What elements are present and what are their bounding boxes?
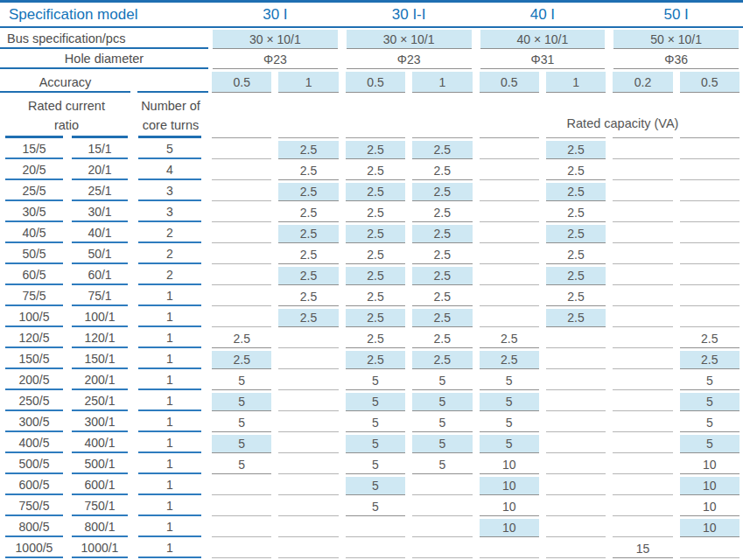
capacity-cell: [278, 519, 338, 537]
turns-cell: 4: [138, 159, 201, 180]
table-row: 750/5750/1151010: [0, 495, 743, 516]
capacity-cell: 5: [346, 456, 405, 474]
capacity-cell: [480, 267, 539, 285]
capacity-cell: 5: [412, 456, 472, 474]
capacity-cells: 5551010: [208, 453, 743, 474]
bus-value: 40 × 10/1: [480, 30, 606, 49]
capacity-cell: 5: [346, 393, 405, 411]
capacity-cell: 5: [412, 435, 472, 453]
table-row: 250/5250/1155555: [0, 390, 743, 411]
capacity-cell: 5: [212, 372, 271, 390]
accuracy-label-zone: Accuracy: [0, 69, 208, 93]
capacity-cell: 5: [346, 498, 405, 516]
turns-cell: 1: [138, 369, 201, 390]
capacity-cell: 5: [680, 393, 739, 411]
ratio-1-cell: 1000/1: [72, 537, 128, 558]
capacity-cell: [212, 141, 271, 159]
capacity-cell: 10: [680, 498, 739, 516]
ratio-5-cell: 200/5: [5, 369, 63, 390]
capacity-cell: [412, 540, 472, 558]
hole-diameter-label: Hole diameter: [0, 49, 208, 69]
capacity-cell: 2.5: [412, 351, 472, 369]
accuracy-value: 0.5: [480, 72, 539, 93]
turns-cell: 1: [138, 285, 201, 306]
capacity-cell: [480, 309, 539, 327]
ratio-5-cell: 20/5: [5, 159, 63, 180]
capacity-cell: [613, 351, 672, 369]
ratio-5-cell: 100/5: [5, 306, 63, 327]
model-name: 40 I: [476, 6, 610, 24]
turns-cell: 2: [138, 264, 201, 285]
capacity-cell: [613, 288, 672, 306]
capacity-cell: 5: [680, 435, 739, 453]
model-name: 30 I: [208, 6, 342, 24]
capacity-cell: 2.5: [278, 309, 338, 327]
capacity-cell: [278, 456, 338, 474]
model-name: 30 I-I: [342, 6, 476, 24]
rated-capacity-label: Rated capacity (VA): [567, 116, 679, 130]
capacity-cell: [546, 372, 606, 390]
capacity-cell: [613, 393, 672, 411]
capacity-cell: [212, 498, 271, 516]
turns-cell: 1: [138, 390, 201, 411]
capacity-cell: [613, 309, 672, 327]
table-row: 500/5500/115551010: [0, 453, 743, 474]
column-header-band: Rated current ratio Number of core turns…: [0, 93, 743, 138]
capacity-cell: [212, 540, 271, 558]
capacity-cell: 5: [412, 393, 472, 411]
capacity-cell: [278, 477, 338, 495]
capacity-cell: 2.5: [346, 246, 405, 264]
capacity-cell: [278, 393, 338, 411]
turns-cell: 1: [138, 495, 201, 516]
hole-value: Φ36: [613, 51, 739, 69]
capacity-cell: [680, 162, 739, 180]
accuracy-value: 1: [546, 72, 606, 93]
bus-value: 30 × 10/1: [347, 30, 472, 49]
capacity-cell: 2.5: [546, 141, 606, 159]
turns-cell: 3: [138, 180, 201, 201]
capacity-cell: 2.5: [346, 183, 405, 201]
capacity-cell: [480, 288, 539, 306]
capacity-cells: 55555: [208, 411, 743, 432]
capacity-cell: 2.5: [346, 330, 405, 348]
row-left-zone: 75/575/11: [0, 285, 208, 306]
capacity-cell: 2.5: [278, 288, 338, 306]
table-row: 300/5300/1155555: [0, 411, 743, 432]
rated-current-ratio-header: Rated current ratio: [0, 93, 133, 138]
capacity-cell: 5: [412, 372, 472, 390]
accuracy-value: 0.2: [613, 72, 672, 93]
table-row: 50/550/122.52.52.52.5: [0, 243, 743, 264]
table-row: 60/560/122.52.52.52.5: [0, 264, 743, 285]
capacity-cell: 2.5: [680, 351, 739, 369]
capacity-cell: 2.5: [346, 309, 405, 327]
capacity-cell: [680, 267, 739, 285]
capacity-cell: [346, 519, 405, 537]
capacity-cells: 2.52.52.52.5: [208, 201, 743, 222]
capacity-cell: 2.5: [278, 183, 338, 201]
row-left-zone: 20/520/14: [0, 159, 208, 180]
capacity-cells: 2.52.52.52.5: [208, 285, 743, 306]
bus-value: 50 × 10/1: [613, 30, 739, 49]
table-row: 150/5150/112.52.52.52.52.5: [0, 348, 743, 369]
ratio-5-cell: 120/5: [5, 327, 63, 348]
turns-cell: 1: [138, 516, 201, 537]
table-row: 15/515/152.52.52.52.5: [0, 138, 743, 159]
capacity-cell: [613, 141, 672, 159]
capacity-cells: 55555: [208, 369, 743, 390]
capacity-cells: 2.52.52.52.5: [208, 264, 743, 285]
capacity-cell: [613, 330, 672, 348]
table-row: 600/5600/1151010: [0, 474, 743, 495]
capacity-cell: 2.5: [412, 225, 472, 243]
capacity-cell: 2.5: [278, 225, 338, 243]
hole-label-zone: Hole diameter: [0, 49, 208, 69]
capacity-cell: 2.5: [346, 162, 405, 180]
turns-cell: 1: [138, 453, 201, 474]
turns-cell: 5: [138, 138, 201, 159]
capacity-cell: 5: [480, 414, 539, 432]
capacity-cells: 2.52.52.52.5: [208, 180, 743, 201]
row-left-zone: 100/5100/11: [0, 306, 208, 327]
core-turns-header: Number of core turns: [133, 93, 208, 138]
capacity-cell: [613, 372, 672, 390]
accuracy-value-cells: 0.5 1 0.5 1 0.5 1 0.2 0.5: [208, 69, 743, 93]
row-left-zone: 800/5800/11: [0, 516, 208, 537]
